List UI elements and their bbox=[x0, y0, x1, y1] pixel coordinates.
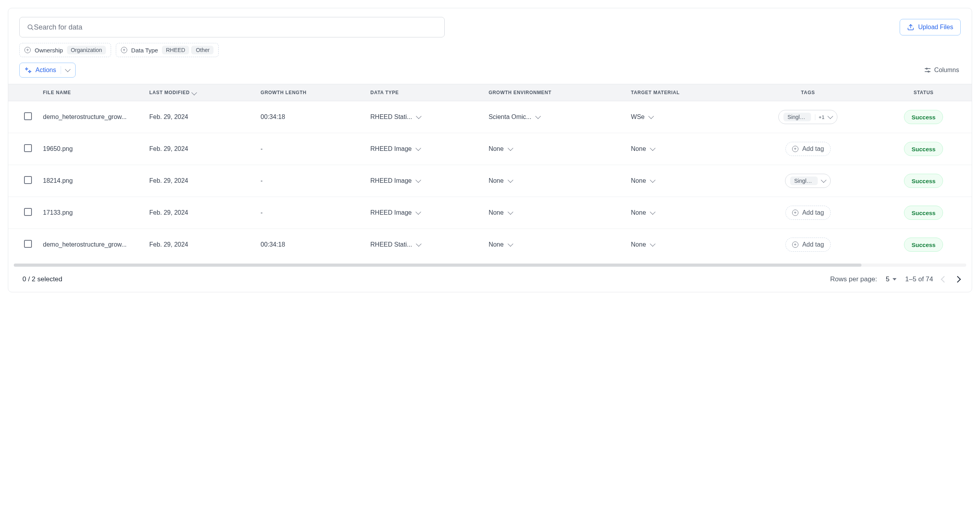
status-badge: Success bbox=[904, 238, 943, 252]
target-material-select[interactable]: None bbox=[631, 145, 655, 152]
row-checkbox[interactable] bbox=[24, 112, 32, 120]
add-tag-button[interactable]: +Add tag bbox=[785, 238, 831, 252]
growth-environment-select[interactable]: None bbox=[488, 177, 512, 184]
col-last-modified[interactable]: LAST MODIFIED bbox=[144, 84, 255, 101]
data-type-select[interactable]: RHEED Stati... bbox=[370, 113, 421, 121]
chevron-down-icon bbox=[416, 113, 421, 119]
rows-per-page-select[interactable]: 5 bbox=[886, 275, 896, 283]
tag-pill[interactable]: Single ...+1 bbox=[778, 110, 837, 124]
table-row: 19650.pngFeb. 29, 2024-RHEED ImageNoneNo… bbox=[8, 133, 972, 165]
col-growth-environment[interactable]: GROWTH ENVIRONMENT bbox=[483, 84, 625, 101]
chip-rheed: RHEED bbox=[162, 46, 189, 54]
columns-button[interactable]: Columns bbox=[924, 67, 961, 74]
file-name-cell: demo_heterostructure_grow... bbox=[43, 113, 138, 121]
chevron-down-icon bbox=[828, 113, 833, 119]
data-type-select[interactable]: RHEED Image bbox=[370, 209, 420, 216]
chevron-down-icon bbox=[508, 241, 513, 247]
add-tag-label: Add tag bbox=[802, 209, 824, 216]
growth-environment-select[interactable]: None bbox=[488, 145, 512, 152]
filter-ownership[interactable]: + Ownership Organization bbox=[19, 43, 111, 57]
col-file-name[interactable]: FILE NAME bbox=[37, 84, 144, 101]
chevron-down-icon bbox=[416, 145, 421, 151]
data-type-select[interactable]: RHEED Image bbox=[370, 177, 420, 184]
col-growth-length[interactable]: GROWTH LENGTH bbox=[255, 84, 365, 101]
last-modified-cell: Feb. 29, 2024 bbox=[149, 241, 188, 248]
status-badge: Success bbox=[904, 174, 943, 188]
chevron-down-icon bbox=[650, 177, 655, 183]
actions-button[interactable]: Actions bbox=[19, 63, 76, 78]
tag-pill[interactable]: Single ... bbox=[785, 174, 831, 188]
data-type-select[interactable]: RHEED Stati... bbox=[370, 241, 421, 248]
next-page-button[interactable] bbox=[954, 276, 961, 283]
data-table: FILE NAME LAST MODIFIED GROWTH LENGTH DA… bbox=[8, 84, 972, 260]
plus-circle-icon: + bbox=[792, 146, 798, 152]
chip-organization: Organization bbox=[67, 46, 106, 54]
actions-label: Actions bbox=[35, 67, 56, 74]
growth-length-cell: - bbox=[261, 145, 263, 152]
search-icon bbox=[27, 24, 34, 31]
horizontal-scrollbar[interactable] bbox=[14, 264, 966, 267]
row-checkbox[interactable] bbox=[24, 144, 32, 152]
col-data-type[interactable]: DATA TYPE bbox=[365, 84, 483, 101]
last-modified-cell: Feb. 29, 2024 bbox=[149, 177, 188, 184]
file-name-cell: demo_heterostructure_grow... bbox=[43, 241, 138, 248]
search-container bbox=[19, 17, 445, 37]
row-checkbox[interactable] bbox=[24, 208, 32, 216]
growth-environment-select[interactable]: None bbox=[488, 241, 512, 248]
status-badge: Success bbox=[904, 142, 943, 156]
col-target-material[interactable]: TARGET MATERIAL bbox=[625, 84, 741, 101]
pagination: Rows per page: 5 1–5 of 74 bbox=[830, 275, 960, 283]
chevron-down-icon bbox=[65, 67, 71, 72]
chevron-down-icon bbox=[650, 145, 655, 151]
plus-circle-icon: + bbox=[121, 47, 127, 53]
chevron-down-icon bbox=[416, 209, 421, 215]
row-checkbox[interactable] bbox=[24, 240, 32, 248]
action-row: Actions Columns bbox=[19, 63, 961, 78]
chip-other: Other bbox=[191, 46, 213, 54]
filter-ownership-label: Ownership bbox=[35, 47, 63, 54]
file-name-cell: 19650.png bbox=[43, 145, 138, 152]
col-status[interactable]: STATUS bbox=[876, 84, 972, 101]
add-tag-button[interactable]: +Add tag bbox=[785, 142, 831, 156]
divider bbox=[61, 66, 61, 74]
target-material-select[interactable]: WSe bbox=[631, 113, 653, 121]
triangle-down-icon bbox=[893, 278, 896, 280]
growth-environment-select[interactable]: Scienta Omic... bbox=[488, 113, 540, 121]
plus-circle-icon: + bbox=[792, 210, 798, 216]
growth-length-cell: 00:34:18 bbox=[261, 241, 285, 248]
scrollbar-thumb[interactable] bbox=[14, 264, 861, 267]
rows-per-page-value: 5 bbox=[886, 275, 889, 283]
table-row: 17133.pngFeb. 29, 2024-RHEED ImageNoneNo… bbox=[8, 197, 972, 229]
chevron-down-icon bbox=[650, 241, 655, 247]
filter-data-type[interactable]: + Data Type RHEED Other bbox=[116, 43, 219, 57]
svg-line-1 bbox=[32, 28, 33, 30]
growth-length-cell: 00:34:18 bbox=[261, 113, 285, 120]
add-tag-button[interactable]: +Add tag bbox=[785, 206, 831, 220]
chevron-down-icon bbox=[416, 177, 421, 183]
upload-files-label: Upload Files bbox=[918, 24, 953, 31]
target-material-select[interactable]: None bbox=[631, 177, 655, 184]
filter-row: + Ownership Organization + Data Type RHE… bbox=[19, 43, 961, 57]
row-checkbox[interactable] bbox=[24, 176, 32, 184]
chevron-down-icon bbox=[416, 241, 421, 247]
target-material-select[interactable]: None bbox=[631, 209, 655, 216]
svg-point-0 bbox=[28, 25, 32, 29]
col-last-modified-label: LAST MODIFIED bbox=[149, 90, 190, 95]
columns-label: Columns bbox=[934, 67, 959, 74]
table-row: demo_heterostructure_grow...Feb. 29, 202… bbox=[8, 101, 972, 133]
chevron-down-icon bbox=[508, 177, 513, 183]
sparkle-icon bbox=[25, 67, 32, 73]
col-tags[interactable]: TAGS bbox=[741, 84, 876, 101]
search-input[interactable] bbox=[34, 23, 437, 32]
prev-page-button[interactable] bbox=[941, 276, 948, 283]
last-modified-cell: Feb. 29, 2024 bbox=[149, 209, 188, 216]
file-name-cell: 17133.png bbox=[43, 209, 138, 216]
target-material-select[interactable]: None bbox=[631, 241, 655, 248]
data-type-select[interactable]: RHEED Image bbox=[370, 145, 420, 152]
add-tag-label: Add tag bbox=[802, 145, 824, 152]
table-footer: 0 / 2 selected Rows per page: 5 1–5 of 7… bbox=[8, 270, 972, 292]
filter-data-type-label: Data Type bbox=[131, 47, 158, 54]
upload-files-button[interactable]: Upload Files bbox=[900, 19, 961, 35]
selection-count: 0 / 2 selected bbox=[22, 275, 830, 283]
growth-environment-select[interactable]: None bbox=[488, 209, 512, 216]
